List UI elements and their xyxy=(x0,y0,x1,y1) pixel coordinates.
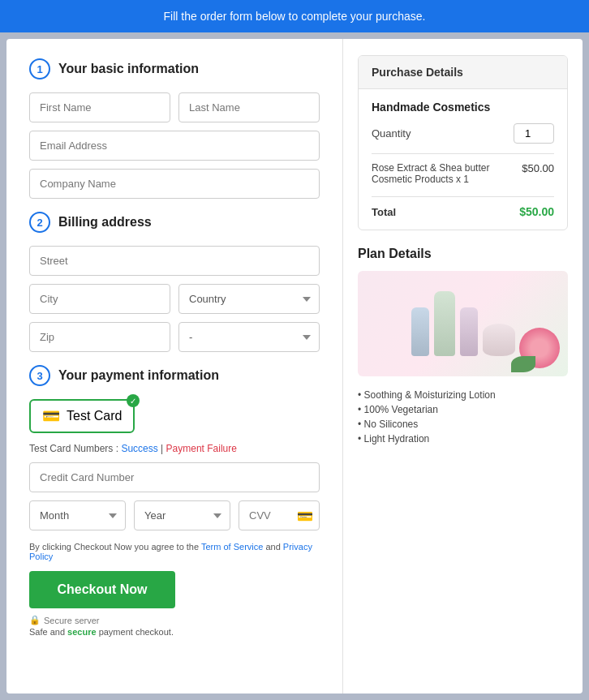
zip-row: - xyxy=(29,322,320,352)
zip-input[interactable] xyxy=(29,322,170,352)
bottle-3 xyxy=(460,307,478,356)
section-1-label: Your basic information xyxy=(58,62,199,76)
quantity-row: Quantity xyxy=(372,123,554,144)
total-label: Total xyxy=(372,206,396,218)
product-title: Handmade Cosmetics xyxy=(372,101,554,114)
payment-method-card[interactable]: 💳 Test Card ✓ xyxy=(29,399,135,433)
section-3-number: 3 xyxy=(29,365,50,386)
last-name-input[interactable] xyxy=(178,92,320,122)
street-input[interactable] xyxy=(29,246,320,276)
quantity-label: Quantity xyxy=(372,127,411,140)
payment-extra-row: Month Year 💳 xyxy=(29,500,320,530)
section-2-number: 2 xyxy=(29,212,50,233)
credit-card-group xyxy=(29,462,320,492)
product-row: Rose Extract & Shea butter Cosmetic Prod… xyxy=(372,153,554,193)
leaves-decoration xyxy=(511,356,535,372)
first-name-group xyxy=(29,92,170,122)
year-group: Year xyxy=(134,500,230,530)
feature-2: 100% Vegetarian xyxy=(358,402,568,417)
test-card-sep: | xyxy=(158,443,166,454)
bottle-1 xyxy=(411,307,429,356)
test-card-failure-link[interactable]: Payment Failure xyxy=(166,443,237,454)
section-3-title: 3 Your payment information xyxy=(29,365,320,386)
total-row: Total $50.00 xyxy=(372,196,554,218)
total-price: $50.00 xyxy=(519,205,554,218)
page-wrapper: Fill the order form below to complete yo… xyxy=(0,0,589,700)
city-group xyxy=(29,284,170,314)
city-country-row: Country xyxy=(29,284,320,314)
checkout-button[interactable]: Checkout Now xyxy=(29,571,175,608)
cvv-group: 💳 xyxy=(239,500,320,530)
year-select[interactable]: Year xyxy=(134,500,230,530)
section-2-title: 2 Billing address xyxy=(29,212,320,233)
purchase-details-body: Handmade Cosmetics Quantity Rose Extract… xyxy=(359,89,567,230)
bottle-4 xyxy=(483,324,515,356)
month-select[interactable]: Month xyxy=(29,500,126,530)
left-panel: 1 Your basic information xyxy=(6,39,343,694)
name-row xyxy=(29,92,320,122)
email-group xyxy=(29,131,320,161)
credit-card-row xyxy=(29,462,320,492)
month-group: Month xyxy=(29,500,126,530)
cvv-card-icon: 💳 xyxy=(297,508,313,523)
zip-group xyxy=(29,322,170,352)
email-row xyxy=(29,131,320,161)
credit-card-icon: 💳 xyxy=(42,407,60,425)
test-card-success-link[interactable]: Success xyxy=(121,443,157,454)
product-image xyxy=(358,271,568,376)
product-bottles xyxy=(403,283,523,364)
feature-3: No Silicones xyxy=(358,417,568,432)
product-price: $50.00 xyxy=(522,162,554,174)
feature-4: Light Hydration xyxy=(358,432,568,446)
country-select[interactable]: Country xyxy=(178,284,320,314)
company-row xyxy=(29,169,320,199)
purchase-details-box: Purchase Details Handmade Cosmetics Quan… xyxy=(358,55,568,230)
quantity-input[interactable] xyxy=(514,123,554,144)
section-3-label: Your payment information xyxy=(58,368,219,383)
plan-details-title: Plan Details xyxy=(358,247,568,261)
feature-1: Soothing & Moisturizing Lotion xyxy=(358,388,568,402)
tos-text: By clicking Checkout Now you agree to th… xyxy=(29,542,320,561)
banner-text: Fill the order form below to complete yo… xyxy=(164,10,426,23)
zip-extra-select[interactable]: - xyxy=(178,322,320,352)
last-name-group xyxy=(178,92,320,122)
tos-term-link[interactable]: Term of Service xyxy=(201,542,263,552)
secure-server-text: 🔒 Secure server xyxy=(29,615,320,625)
company-input[interactable] xyxy=(29,169,320,199)
company-group xyxy=(29,169,320,199)
lock-icon: 🔒 xyxy=(29,615,41,625)
street-row xyxy=(29,246,320,276)
credit-card-input[interactable] xyxy=(29,462,320,492)
dash-group: - xyxy=(178,322,320,352)
section-2-label: Billing address xyxy=(58,215,152,230)
secure-sub-text: Safe and secure payment checkout. xyxy=(29,627,320,637)
section-1-number: 1 xyxy=(29,58,50,79)
top-banner: Fill the order form below to complete yo… xyxy=(0,0,589,32)
section-1-title: 1 Your basic information xyxy=(29,58,320,79)
product-name: Rose Extract & Shea butter Cosmetic Prod… xyxy=(372,162,493,185)
purchase-details-header: Purchase Details xyxy=(359,56,567,89)
city-input[interactable] xyxy=(29,284,170,314)
email-input[interactable] xyxy=(29,131,320,161)
tos-prefix: By clicking Checkout Now you agree to th… xyxy=(29,542,201,552)
features-list: Soothing & Moisturizing Lotion 100% Vege… xyxy=(358,388,568,446)
right-panel: Purchase Details Handmade Cosmetics Quan… xyxy=(343,39,583,694)
street-group xyxy=(29,246,320,276)
bottle-2 xyxy=(434,291,455,356)
check-icon: ✓ xyxy=(127,394,140,407)
country-group: Country xyxy=(178,284,320,314)
secure-label: Secure server xyxy=(44,616,99,625)
main-content: 1 Your basic information xyxy=(6,39,583,694)
test-card-prefix: Test Card Numbers : xyxy=(29,443,121,454)
tos-and: and xyxy=(263,542,282,552)
test-card-info: Test Card Numbers : Success | Payment Fa… xyxy=(29,443,320,454)
first-name-input[interactable] xyxy=(29,92,170,122)
payment-method-label: Test Card xyxy=(67,409,122,423)
